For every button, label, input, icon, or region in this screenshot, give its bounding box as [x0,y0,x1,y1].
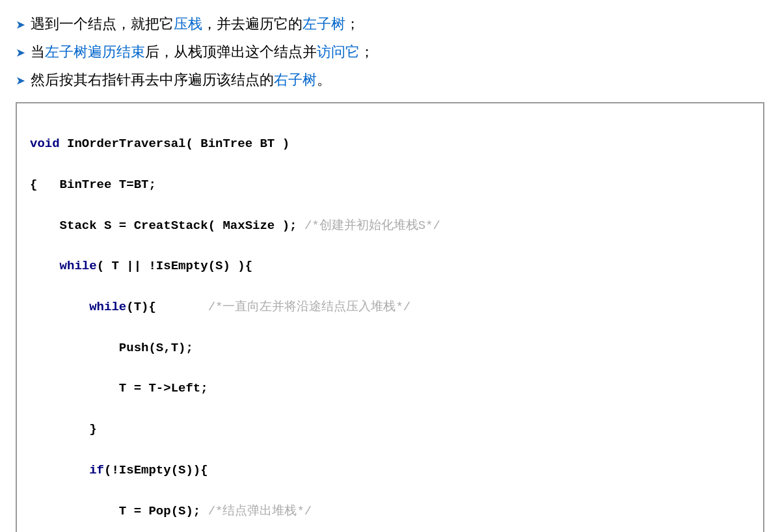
code-line-7: T = T->Left; [30,379,750,399]
bullet-text-1: 遇到一个结点，就把它压栈，并去遍历它的左子树； [31,13,360,34]
code-line-5: while(T){ /*一直向左并将沿途结点压入堆栈*/ [30,297,750,317]
bullet-item-2: ➤ 当左子树遍历结束后，从栈顶弹出这个结点并访问它； [16,41,764,62]
code-section: void InOrderTraversal( BinTree BT ) { Bi… [16,102,764,532]
highlight-visit: 访问它 [317,44,360,60]
code-line-9: if(!IsEmpty(S)){ [30,460,750,481]
bullet-arrow-1: ➤ [16,16,25,34]
highlight-right-tree: 右子树 [274,72,317,88]
bullet-arrow-3: ➤ [16,72,25,90]
code-block: void InOrderTraversal( BinTree BT ) { Bi… [30,114,750,532]
bullet-arrow-2: ➤ [16,44,25,62]
code-line-2: { BinTree T=BT; [30,175,750,195]
code-line-1: void InOrderTraversal( BinTree BT ) [30,134,750,154]
page-wrapper: ➤ 遇到一个结点，就把它压栈，并去遍历它的左子树； ➤ 当左子树遍历结束后，从栈… [0,0,780,532]
bullet-item-1: ➤ 遇到一个结点，就把它压栈，并去遍历它的左子树； [16,13,764,34]
code-line-10: T = Pop(S); /*结点弹出堆栈*/ [30,501,750,522]
code-line-3: Stack S = CreatStack( MaxSize ); /*创建并初始… [30,216,750,236]
bullet-text-3: 然后按其右指针再去中序遍历该结点的右子树。 [31,69,331,90]
code-line-4: while( T || !IsEmpty(S) ){ [30,256,750,276]
page-container: ➤ 遇到一个结点，就把它压栈，并去遍历它的左子树； ➤ 当左子树遍历结束后，从栈… [0,0,780,532]
highlight-compress: 压栈 [174,16,202,32]
highlight-left-tree-done: 左子树遍历结束 [45,44,145,60]
code-line-8: } [30,419,750,440]
code-line-6: Push(S,T); [30,338,750,358]
bullet-section: ➤ 遇到一个结点，就把它压栈，并去遍历它的左子树； ➤ 当左子树遍历结束后，从栈… [16,13,764,90]
bullet-item-3: ➤ 然后按其右指针再去中序遍历该结点的右子树。 [16,69,764,90]
bullet-text-2: 当左子树遍历结束后，从栈顶弹出这个结点并访问它； [31,41,374,62]
highlight-left-tree-1: 左子树 [303,16,345,32]
